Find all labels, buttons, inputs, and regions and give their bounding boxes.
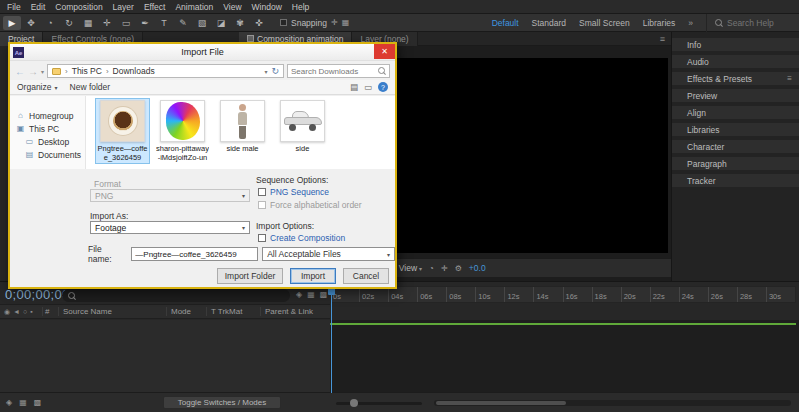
panel-menu-icon[interactable]: ≡	[787, 74, 792, 83]
chevron-down-icon[interactable]: ▾	[264, 68, 267, 75]
preview-pane-button[interactable]: ▭	[364, 82, 372, 92]
snap-options-icon[interactable]: ✛	[331, 18, 338, 27]
menu-animation[interactable]: Animation	[170, 2, 218, 12]
transfer-controls-icon[interactable]: ▩	[34, 398, 42, 407]
roto-brush-tool[interactable]: ✾	[231, 16, 249, 30]
explorer-search-input[interactable]	[291, 67, 376, 76]
file-item-side-male[interactable]: side male	[216, 99, 269, 154]
puppet-pin-tool[interactable]: ✜	[250, 16, 268, 30]
frame-blending-icon[interactable]: ▩	[320, 290, 328, 299]
breadcrumb-downloads[interactable]: Downloads	[113, 66, 155, 76]
forward-button[interactable]: →	[28, 66, 38, 77]
eraser-tool[interactable]: ◪	[212, 16, 230, 30]
solo-column-icon[interactable]: ○	[23, 308, 27, 316]
organize-button[interactable]: Organize ▾	[17, 82, 58, 92]
mini-flowchart-icon[interactable]: ◈	[296, 290, 302, 299]
brush-tool[interactable]: ✎	[174, 16, 192, 30]
track-area[interactable]	[330, 320, 799, 392]
menu-layer[interactable]: Layer	[108, 2, 139, 12]
menu-effect[interactable]: Effect	[139, 2, 171, 12]
current-time-display[interactable]: 0;00;00;00	[5, 287, 69, 302]
workspace-libraries[interactable]: Libraries	[643, 18, 676, 28]
breadcrumb-this-pc[interactable]: This PC	[72, 66, 102, 76]
menu-composition[interactable]: Composition	[50, 2, 107, 12]
graph-editor-icon[interactable]: ▦	[19, 398, 27, 407]
column-source-name[interactable]: Source Name	[58, 307, 166, 316]
menu-edit[interactable]: Edit	[26, 2, 51, 12]
menu-view[interactable]: View	[218, 2, 246, 12]
camera-tool[interactable]: ▦	[79, 16, 97, 30]
file-item-side[interactable]: side	[276, 99, 329, 154]
menu-window[interactable]: Window	[247, 2, 287, 12]
panel-character[interactable]: Character	[672, 140, 799, 153]
panel-preview[interactable]: Preview	[672, 89, 799, 102]
selection-tool[interactable]: ▶	[3, 16, 21, 30]
panel-tracker[interactable]: Tracker	[672, 174, 799, 187]
back-button[interactable]: ←	[15, 66, 25, 77]
panel-paragraph[interactable]: Paragraph	[672, 157, 799, 170]
preview-time-icon[interactable]: ◔	[429, 264, 434, 273]
panel-libraries[interactable]: Libraries	[672, 123, 799, 136]
breadcrumb[interactable]: › This PC › Downloads ▾ ↻	[47, 64, 284, 78]
new-folder-button[interactable]: New folder	[70, 82, 111, 92]
dialog-title-bar[interactable]: Ae Import File ✕	[10, 44, 395, 61]
pan-behind-tool[interactable]: ✛	[98, 16, 116, 30]
import-button[interactable]: Import	[290, 268, 336, 284]
hand-tool[interactable]: ✥	[22, 16, 40, 30]
region-of-interest-icon[interactable]: ✛	[441, 264, 448, 273]
panel-audio[interactable]: Audio	[672, 55, 799, 68]
create-composition-option[interactable]: Create Composition	[258, 233, 345, 243]
column-parent-link[interactable]: Parent & Link	[260, 307, 330, 316]
refresh-icon[interactable]: ↻	[271, 66, 279, 76]
png-sequence-checkbox[interactable]	[258, 188, 266, 196]
clone-stamp-tool[interactable]: ▧	[193, 16, 211, 30]
workspace-standard[interactable]: Standard	[532, 18, 567, 28]
help-search-input[interactable]	[727, 18, 791, 28]
timeline-horizontal-scrollbar[interactable]	[434, 400, 791, 406]
place-homegroup[interactable]: ⌂ Homegroup	[10, 109, 85, 122]
create-composition-checkbox[interactable]	[258, 234, 266, 242]
place-this-pc[interactable]: ▣ This PC	[10, 122, 85, 135]
import-folder-button[interactable]: Import Folder	[217, 268, 283, 284]
lock-column-icon[interactable]: ▪	[30, 308, 32, 316]
workspace-small-screen[interactable]: Small Screen	[579, 18, 630, 28]
views-button[interactable]: ▤	[350, 82, 358, 92]
fast-previews-icon[interactable]: ⚙	[455, 264, 462, 273]
playhead[interactable]	[331, 288, 332, 393]
file-item-splash[interactable]: sharon-pittaway-iMdsjoiftZo-unsplash	[156, 99, 209, 164]
timeline-zoom-slider[interactable]	[336, 402, 422, 405]
column-mode[interactable]: Mode	[166, 307, 206, 316]
snap-grid-icon[interactable]: ▦	[342, 18, 350, 27]
shape-tool[interactable]: ▭	[117, 16, 135, 30]
panel-align[interactable]: Align	[672, 106, 799, 119]
expand-layers-icon[interactable]: ◈	[6, 398, 12, 407]
place-documents[interactable]: ▤ Documents	[10, 148, 85, 161]
snapping-checkbox[interactable]	[280, 19, 287, 26]
menu-file[interactable]: File	[2, 2, 26, 12]
panel-info[interactable]: Info	[672, 38, 799, 51]
workspace-default[interactable]: Default	[492, 18, 519, 28]
draft-3d-icon[interactable]: ▦	[307, 290, 315, 299]
column-trkmat[interactable]: T TrkMat	[206, 307, 260, 316]
layer-list-area[interactable]	[0, 320, 330, 392]
zoom-slider-handle[interactable]	[350, 399, 358, 407]
close-button[interactable]: ✕	[374, 44, 395, 59]
panel-menu-icon[interactable]: ≡	[660, 34, 671, 44]
toggle-switches-modes-button[interactable]: Toggle Switches / Modes	[163, 396, 281, 409]
pen-tool[interactable]: ✒	[136, 16, 154, 30]
type-tool[interactable]: T	[155, 16, 173, 30]
menu-help[interactable]: Help	[287, 2, 314, 12]
audio-column-icon[interactable]: ◄	[13, 308, 20, 316]
png-sequence-option[interactable]: PNG Sequence	[258, 187, 329, 197]
import-as-select[interactable]: Footage ▾	[90, 221, 250, 234]
recent-locations-icon[interactable]: ▾	[41, 68, 44, 75]
timeline-search[interactable]	[62, 289, 290, 302]
exposure-value[interactable]: +0.0	[469, 263, 486, 273]
zoom-tool[interactable]: ◔	[41, 16, 59, 30]
scrollbar-handle[interactable]	[436, 401, 566, 405]
file-name-input[interactable]	[131, 247, 258, 261]
place-desktop[interactable]: ▭ Desktop	[10, 135, 85, 148]
time-ruler[interactable]: 0s 02s 04s 06s 08s 10s 12s 14s 16s 18s 2…	[330, 286, 796, 303]
cancel-button[interactable]: Cancel	[343, 268, 389, 284]
help-button[interactable]: ?	[378, 82, 388, 92]
